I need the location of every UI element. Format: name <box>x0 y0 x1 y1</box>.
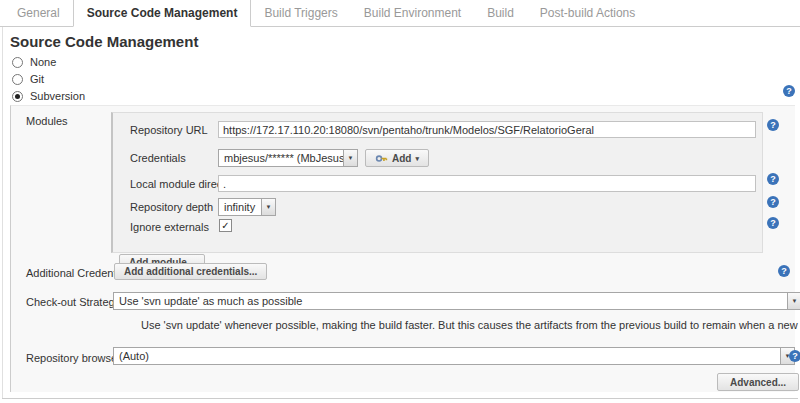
radio-git-icon[interactable] <box>12 74 23 85</box>
key-icon <box>375 152 388 165</box>
advanced-button[interactable]: Advanced... <box>717 373 799 391</box>
add-credentials-button[interactable]: Add ▾ <box>365 149 429 167</box>
repository-depth-select[interactable]: infinity ▼ <box>218 198 276 216</box>
chevron-down-icon: ▼ <box>261 199 275 215</box>
credentials-select[interactable]: mbjesus/****** (MbJesus) ▼ <box>218 149 358 167</box>
checkout-strategy-selected-value: Use 'svn update' as much as possible <box>114 295 787 307</box>
help-icon-repository-depth[interactable]: ? <box>767 196 779 208</box>
add-credentials-label: Add <box>392 153 411 164</box>
page-title: Source Code Management <box>10 33 198 50</box>
help-icon-local-module-directory[interactable]: ? <box>767 173 779 185</box>
credentials-selected-value: mbjesus/****** (MbJesus) <box>219 152 343 164</box>
scm-option-none[interactable]: None <box>12 55 56 69</box>
advanced-label: Advanced... <box>730 377 786 388</box>
jenkins-job-config-page: General Source Code Management Build Tri… <box>0 0 800 403</box>
add-additional-credentials-label: Add additional credentials... <box>124 266 257 277</box>
content-bottom-border <box>2 398 798 399</box>
tab-general[interactable]: General <box>4 0 73 26</box>
help-icon-repository-url[interactable]: ? <box>767 119 779 131</box>
radio-none-icon[interactable] <box>12 57 23 68</box>
help-icon-subversion[interactable]: ? <box>783 85 795 97</box>
tab-post-build-actions[interactable]: Post-build Actions <box>527 0 648 26</box>
checkout-strategy-select[interactable]: Use 'svn update' as much as possible ▼ <box>113 292 800 310</box>
content-left-border <box>2 27 3 398</box>
checkout-strategy-description: Use 'svn update' whenever possible, maki… <box>141 319 800 331</box>
scm-option-git[interactable]: Git <box>12 72 44 86</box>
config-tab-bar: General Source Code Management Build Tri… <box>0 0 800 27</box>
ignore-externals-checkbox[interactable]: ✓ <box>219 219 232 232</box>
subversion-config-section: Modules Repository URL Credentials mbjes… <box>10 105 795 392</box>
repository-url-input[interactable] <box>218 121 756 138</box>
check-icon: ✓ <box>221 221 229 231</box>
radio-subversion-icon[interactable] <box>12 91 23 102</box>
radio-subversion-label: Subversion <box>30 90 85 102</box>
module-box: Repository URL Credentials mbjesus/*****… <box>111 112 763 253</box>
repository-browser-label: Repository browser <box>26 352 121 364</box>
ignore-externals-label: Ignore externals <box>130 221 209 233</box>
modules-section-label: Modules <box>26 115 68 127</box>
credentials-label: Credentials <box>130 152 186 164</box>
checkout-strategy-label: Check-out Strategy <box>26 296 120 308</box>
repository-browser-selected-value: (Auto) <box>114 350 780 362</box>
scm-option-subversion[interactable]: Subversion <box>12 89 85 103</box>
repository-depth-label: Repository depth <box>130 201 213 213</box>
help-icon-ignore-externals[interactable]: ? <box>767 217 779 229</box>
tab-source-code-management[interactable]: Source Code Management <box>73 0 252 27</box>
repository-browser-select[interactable]: (Auto) ▼ <box>113 347 795 365</box>
help-icon-additional-credentials[interactable]: ? <box>778 265 790 277</box>
radio-none-label: None <box>30 56 56 68</box>
add-additional-credentials-button[interactable]: Add additional credentials... <box>114 263 267 280</box>
local-module-directory-input[interactable] <box>218 175 756 192</box>
tab-build[interactable]: Build <box>474 0 527 26</box>
chevron-down-icon: ▼ <box>787 293 800 309</box>
tab-build-environment[interactable]: Build Environment <box>351 0 474 26</box>
radio-git-label: Git <box>30 73 44 85</box>
tab-build-triggers[interactable]: Build Triggers <box>251 0 350 26</box>
repository-url-label: Repository URL <box>130 124 208 136</box>
chevron-down-icon: ▾ <box>415 155 419 162</box>
repository-depth-selected-value: infinity <box>219 201 261 213</box>
chevron-down-icon: ▼ <box>343 150 357 166</box>
help-icon-repository-browser[interactable]: ? <box>789 350 800 362</box>
